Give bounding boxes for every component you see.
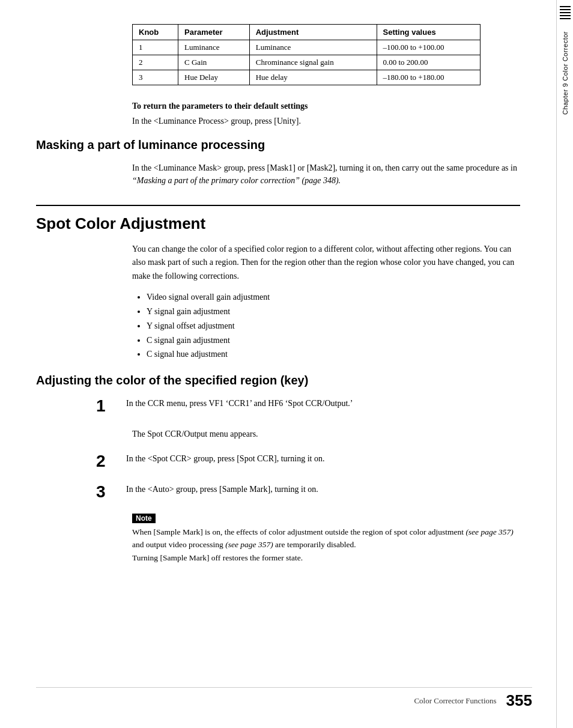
footer-page-number: 355 bbox=[506, 691, 532, 710]
table-row: 3 Hue Delay Hue delay –180.00 to +180.00 bbox=[133, 70, 481, 85]
cell-adj-2: Chrominance signal gain bbox=[249, 55, 377, 70]
col-header-parameter: Parameter bbox=[178, 25, 250, 40]
step-2-number: 2 bbox=[96, 452, 126, 471]
step-1: 1 In the CCR menu, press VF1 ‘CCR1’ and … bbox=[96, 397, 520, 416]
step-2: 2 In the <Spot CCR> group, press [Spot C… bbox=[96, 452, 520, 471]
list-item: Y signal gain adjustment bbox=[147, 305, 520, 319]
note-label: Note bbox=[132, 514, 156, 523]
cell-knob-3: 3 bbox=[133, 70, 178, 85]
step-3-text: In the <Auto> group, press [Sample Mark]… bbox=[126, 483, 520, 496]
cell-val-2: 0.00 to 200.00 bbox=[377, 55, 481, 70]
cell-adj-3: Hue delay bbox=[249, 70, 377, 85]
masking-body: In the <Luminance Mask> group, press [Ma… bbox=[132, 162, 520, 187]
adjusting-section: Adjusting the color of the specified reg… bbox=[36, 374, 520, 564]
step-1-number: 1 bbox=[96, 397, 126, 416]
chapter-tab: Chapter 9 Color Corrector bbox=[556, 0, 573, 728]
return-defaults-section: To return the parameters to their defaul… bbox=[132, 100, 520, 127]
masking-section: Masking a part of luminance processing I… bbox=[36, 138, 520, 187]
masking-text-1: In the <Luminance Mask> group, press [Ma… bbox=[132, 163, 517, 172]
cell-val-1: –100.00 to +100.00 bbox=[377, 40, 481, 55]
list-item: Video signal overall gain adjustment bbox=[147, 290, 520, 305]
step-3-number: 3 bbox=[96, 483, 126, 502]
masking-heading: Masking a part of luminance processing bbox=[36, 138, 520, 152]
step-3: 3 In the <Auto> group, press [Sample Mar… bbox=[96, 483, 520, 502]
cell-val-3: –180.00 to +180.00 bbox=[377, 70, 481, 85]
footer-label: Color Corrector Functions bbox=[414, 696, 496, 706]
return-defaults-heading: To return the parameters to their defaul… bbox=[132, 100, 520, 112]
tab-line bbox=[560, 6, 571, 7]
table-row: 1 Luminance Luminance –100.00 to +100.00 bbox=[133, 40, 481, 55]
step-1-followup: The Spot CCR/Output menu appears. bbox=[132, 428, 520, 440]
tab-line bbox=[560, 18, 571, 19]
list-item: Y signal offset adjustment bbox=[147, 319, 520, 333]
spot-color-intro: You can change the color of a specified … bbox=[132, 243, 520, 283]
table-row: 2 C Gain Chrominance signal gain 0.00 to… bbox=[133, 55, 481, 70]
cell-param-2: C Gain bbox=[178, 55, 250, 70]
return-defaults-text: In the <Luminance Process> group, press … bbox=[132, 115, 520, 127]
corrections-list: Video signal overall gain adjustment Y s… bbox=[147, 290, 520, 362]
step-1-content: In the CCR menu, press VF1 ‘CCR1’ and HF… bbox=[126, 397, 520, 413]
tab-line bbox=[560, 12, 571, 13]
list-item: C signal gain adjustment bbox=[147, 333, 520, 348]
chapter-tab-label: Chapter 9 Color Corrector bbox=[562, 31, 569, 115]
tab-line bbox=[560, 15, 571, 16]
col-header-adjustment: Adjustment bbox=[249, 25, 377, 40]
page-footer: Color Corrector Functions 355 bbox=[36, 687, 532, 710]
note-text: When [Sample Mark] is on, the effects of… bbox=[132, 526, 520, 565]
step-2-content: In the <Spot CCR> group, press [Spot CCR… bbox=[126, 452, 520, 469]
note-box: Note When [Sample Mark] is on, the effec… bbox=[132, 514, 520, 565]
cell-adj-1: Luminance bbox=[249, 40, 377, 55]
step-3-content: In the <Auto> group, press [Sample Mark]… bbox=[126, 483, 520, 499]
cell-param-1: Luminance bbox=[178, 40, 250, 55]
bullet-list-container: Video signal overall gain adjustment Y s… bbox=[132, 290, 520, 362]
step-2-text: In the <Spot CCR> group, press [Spot CCR… bbox=[126, 452, 520, 465]
cell-knob-1: 1 bbox=[133, 40, 178, 55]
cell-knob-2: 2 bbox=[133, 55, 178, 70]
list-item: C signal hue adjustment bbox=[147, 347, 520, 362]
col-header-knob: Knob bbox=[133, 25, 178, 40]
spot-color-heading: Spot Color Adjustment bbox=[36, 214, 520, 233]
tab-line bbox=[560, 9, 571, 10]
tab-lines bbox=[560, 6, 571, 19]
masking-italic: “Masking a part of the primary color cor… bbox=[132, 176, 341, 185]
parameter-table: Knob Parameter Adjustment Setting values… bbox=[132, 24, 481, 85]
cell-param-3: Hue Delay bbox=[178, 70, 250, 85]
col-header-setting: Setting values bbox=[377, 25, 481, 40]
step-1-text: In the CCR menu, press VF1 ‘CCR1’ and HF… bbox=[126, 397, 520, 410]
spot-color-section: Spot Color Adjustment You can change the… bbox=[36, 205, 520, 362]
adjusting-heading: Adjusting the color of the specified reg… bbox=[36, 374, 520, 387]
